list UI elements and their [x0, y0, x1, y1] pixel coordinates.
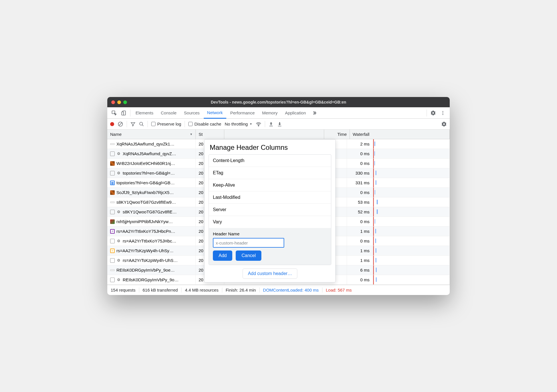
add-custom-header-link[interactable]: Add custom header…: [243, 268, 298, 279]
svg-point-3: [443, 111, 443, 112]
sort-caret-icon: ▼: [190, 133, 193, 136]
waterfall-cell: [373, 265, 450, 275]
close-button[interactable]: [111, 100, 115, 104]
download-har-icon[interactable]: [277, 122, 282, 127]
header-option[interactable]: Last-Modified: [209, 191, 331, 204]
disable-cache-label: Disable cache: [194, 122, 221, 126]
header-option[interactable]: Vary: [209, 216, 331, 228]
tab-console[interactable]: Console: [158, 107, 180, 119]
header-name-label: Header Name: [213, 231, 327, 236]
header-list: Content-LengthETagKeep-AliveLast-Modifie…: [209, 154, 331, 265]
tab-elements[interactable]: Elements: [132, 107, 157, 119]
column-status[interactable]: St: [196, 130, 224, 139]
request-name: rs=AA2YrTsKzpWy4h-UhSy…: [116, 248, 173, 253]
request-name: s8KY1QwooTG87Gzv8fIEw9…: [116, 200, 176, 205]
waterfall-cell: [373, 236, 450, 246]
status-dcl: DOMContentLoaded: 400 ms: [260, 288, 322, 292]
column-waterfall[interactable]: Waterfall: [350, 130, 450, 139]
inspect-icon[interactable]: [110, 108, 119, 118]
header-option[interactable]: ETag: [209, 167, 331, 179]
time-cell: 52 ms: [347, 207, 373, 217]
popup-title: Manage Header Columns: [205, 140, 335, 154]
settings-icon[interactable]: [429, 108, 438, 118]
disable-cache-checkbox[interactable]: Disable cache: [188, 122, 221, 126]
request-name: s8KY1QwooTG87Gzv8fIE…: [123, 209, 177, 214]
svg-point-7: [140, 122, 143, 125]
waterfall-cell: [373, 159, 450, 168]
gear-icon: [116, 258, 121, 263]
clear-icon[interactable]: [118, 121, 123, 127]
dash-icon: [110, 269, 115, 271]
kebab-menu-icon[interactable]: [438, 108, 447, 118]
time-cell: 330 ms: [347, 168, 373, 178]
img-icon: [110, 190, 115, 195]
waterfall-cell: [373, 227, 450, 236]
svg-rect-2: [122, 112, 124, 115]
search-icon[interactable]: [139, 122, 144, 127]
header-option[interactable]: Keep-Alive: [209, 179, 331, 191]
request-name: REIlsK0DRGpyImVbPy_9o…: [123, 277, 179, 282]
status-load: Load: 567 ms: [322, 288, 355, 292]
upload-har-icon[interactable]: [269, 122, 274, 127]
network-settings-icon[interactable]: [441, 121, 447, 127]
gear-icon: [116, 278, 121, 282]
tab-sources[interactable]: Sources: [181, 107, 203, 119]
img-icon: [110, 161, 115, 166]
cancel-button[interactable]: Cancel: [236, 250, 261, 261]
throttling-select[interactable]: No throttling ▼: [225, 122, 252, 126]
waterfall-cell: [373, 178, 450, 187]
tab-performance[interactable]: Performance: [227, 107, 258, 119]
network-toolbar: Preserve log Disable cache No throttling…: [107, 119, 450, 130]
tab-network[interactable]: Network: [204, 107, 226, 119]
more-tabs-icon[interactable]: [310, 108, 319, 118]
request-name: rs=AA2YrTt6xKoY75JHbcPn…: [116, 229, 175, 234]
box-icon: [110, 171, 115, 175]
time-cell: 331 ms: [347, 178, 373, 187]
dash-icon: [110, 201, 115, 203]
waterfall-cell: [373, 256, 450, 265]
header-option[interactable]: Content-Length: [209, 155, 331, 167]
waterfall-cell: [373, 188, 450, 197]
record-button[interactable]: [110, 122, 114, 126]
preserve-log-checkbox[interactable]: Preserve log: [151, 122, 181, 126]
throttling-label: No throttling: [225, 122, 248, 126]
header-option[interactable]: Server: [209, 204, 331, 216]
waterfall-cell: [373, 149, 450, 158]
time-cell: 6 ms: [347, 265, 373, 275]
request-grid: XqRNAsJ5AwfIumd_qyvZk1…202 msXqRNAsJ5Awf…: [107, 139, 450, 285]
tab-memory[interactable]: Memory: [259, 107, 281, 119]
maximize-button[interactable]: [123, 100, 127, 104]
svg-point-8: [258, 125, 259, 126]
status-resources: 4.4 MB resources: [181, 288, 222, 292]
device-toggle-icon[interactable]: [119, 108, 128, 118]
tab-application[interactable]: Application: [282, 107, 309, 119]
request-name: rxh5jjHyxmiPPtibflJvNkYyw…: [116, 219, 173, 224]
request-name: REIlsK0DRGpyImVbPy_9oe…: [116, 268, 175, 272]
network-conditions-icon[interactable]: [256, 121, 261, 127]
column-headers: Name▼ St Time Waterfall: [107, 130, 450, 139]
column-hidden: [224, 130, 324, 139]
time-cell: 0 ms: [347, 217, 373, 226]
minimize-button[interactable]: [117, 100, 121, 104]
request-name: XqRNAsJ5AwfIumd_qyvZ…: [123, 151, 176, 156]
preserve-log-label: Preserve log: [157, 122, 181, 126]
doc-icon: [110, 181, 115, 185]
gear-icon: [116, 239, 121, 243]
add-button[interactable]: Add: [213, 250, 232, 261]
waterfall-cell: [373, 139, 450, 149]
gear-icon: [116, 210, 121, 214]
header-name-input[interactable]: [213, 238, 284, 248]
purple-icon: [110, 229, 115, 234]
filter-icon[interactable]: [130, 122, 136, 127]
column-name[interactable]: Name▼: [107, 130, 196, 139]
time-cell: 0 ms: [347, 188, 373, 197]
time-cell: 0 ms: [347, 159, 373, 168]
img2-icon: [110, 219, 115, 224]
manage-header-columns-popup: Manage Header Columns Content-LengthETag…: [204, 139, 336, 282]
gear-icon: [116, 171, 121, 175]
column-time[interactable]: Time: [324, 130, 350, 139]
panel-tabs: ElementsConsoleSourcesNetworkPerformance…: [107, 107, 450, 119]
waterfall-cell: [373, 197, 450, 207]
time-cell: 1 ms: [347, 256, 373, 265]
request-name: rs=AA2YrTt6xKoY75JHbc…: [123, 239, 176, 243]
